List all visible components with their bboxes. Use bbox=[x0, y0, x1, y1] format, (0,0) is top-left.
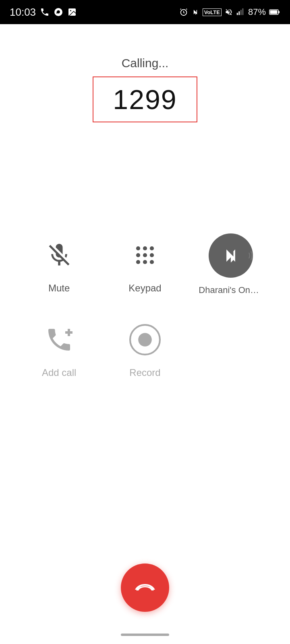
bluetooth-status-icon bbox=[191, 8, 199, 16]
time-display: 10:03 bbox=[10, 6, 36, 19]
svg-rect-10 bbox=[270, 10, 278, 14]
keypad-control[interactable]: Keypad bbox=[109, 235, 181, 294]
phone-signal-icon bbox=[40, 7, 50, 17]
svg-point-2 bbox=[70, 10, 71, 11]
record-icon-wrap bbox=[125, 320, 165, 360]
keypad-icon-wrap bbox=[125, 235, 165, 275]
svg-point-15 bbox=[143, 253, 147, 257]
calling-section: Calling... 1299 bbox=[0, 56, 290, 122]
bluetooth-control[interactable]: Dharani's OnePlu... bbox=[195, 233, 267, 295]
svg-point-14 bbox=[136, 253, 140, 257]
controls-row-1: Mute Keypad bbox=[16, 233, 274, 295]
svg-point-13 bbox=[150, 246, 154, 250]
svg-point-11 bbox=[136, 246, 140, 250]
record-control[interactable]: Record bbox=[109, 320, 181, 378]
status-bar-right: VoLTE 87% bbox=[179, 7, 280, 17]
add-call-icon-wrap bbox=[39, 320, 79, 360]
signal-icon bbox=[236, 8, 245, 17]
keypad-icon bbox=[131, 242, 159, 269]
sound-mute-icon bbox=[225, 8, 233, 16]
whatsapp-icon bbox=[54, 7, 63, 17]
add-call-label: Add call bbox=[42, 367, 76, 378]
svg-rect-9 bbox=[278, 11, 280, 13]
svg-point-17 bbox=[136, 260, 140, 264]
bluetooth-icon-wrap bbox=[209, 233, 253, 278]
mute-icon-wrap bbox=[39, 235, 79, 275]
mute-label: Mute bbox=[48, 283, 70, 294]
audio-wave-icon bbox=[248, 250, 256, 262]
bluetooth-icon bbox=[220, 245, 241, 266]
add-call-control[interactable]: Add call bbox=[23, 320, 95, 378]
mute-control[interactable]: Mute bbox=[23, 235, 95, 294]
svg-point-12 bbox=[143, 246, 147, 250]
end-call-button[interactable] bbox=[121, 564, 169, 612]
end-call-icon bbox=[133, 582, 157, 594]
alarm-icon bbox=[179, 8, 188, 17]
record-label: Record bbox=[129, 367, 160, 378]
svg-rect-4 bbox=[237, 13, 238, 15]
status-bar: 10:03 VoLTE 87% bbox=[0, 0, 290, 24]
end-call-wrap bbox=[121, 564, 169, 612]
keypad-label: Keypad bbox=[128, 283, 161, 294]
svg-point-19 bbox=[150, 260, 154, 264]
phone-number: 1299 bbox=[113, 84, 177, 115]
svg-point-21 bbox=[138, 333, 152, 347]
battery-icon bbox=[269, 8, 280, 16]
svg-point-18 bbox=[143, 260, 147, 264]
record-icon bbox=[128, 323, 162, 357]
svg-rect-6 bbox=[240, 10, 242, 15]
svg-point-16 bbox=[150, 253, 154, 257]
svg-rect-5 bbox=[238, 11, 240, 15]
gallery-icon bbox=[67, 7, 77, 17]
status-bar-left: 10:03 bbox=[10, 6, 77, 19]
bluetooth-label: Dharani's OnePlu... bbox=[199, 285, 263, 295]
phone-number-box: 1299 bbox=[93, 76, 197, 122]
calling-label: Calling... bbox=[122, 56, 169, 70]
mute-icon bbox=[46, 242, 73, 269]
svg-rect-7 bbox=[242, 8, 244, 15]
controls-section: Mute Keypad bbox=[0, 233, 290, 402]
battery-percent: 87% bbox=[248, 7, 266, 17]
bottom-nav-indicator bbox=[121, 634, 169, 636]
controls-row-2: Add call Record bbox=[16, 320, 274, 378]
add-call-icon bbox=[45, 325, 74, 354]
volte-icon: VoLTE bbox=[203, 8, 222, 16]
